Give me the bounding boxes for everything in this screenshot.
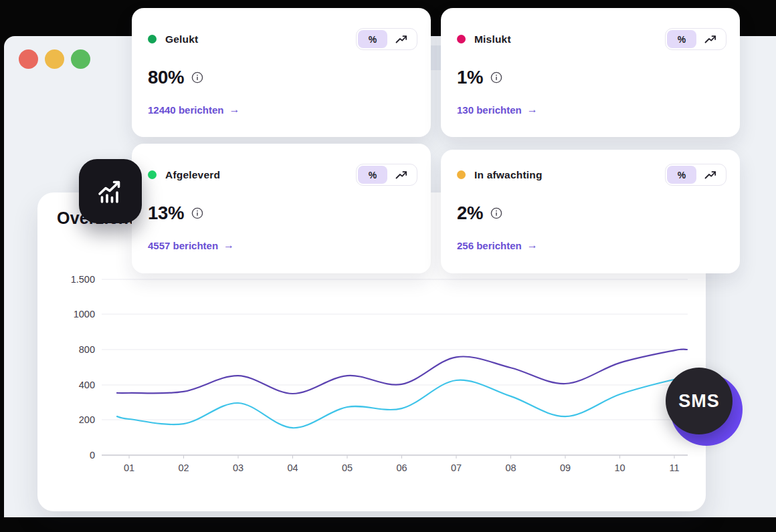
stat-value: 80% — [148, 67, 184, 88]
info-icon[interactable] — [490, 72, 502, 84]
status-dot — [148, 35, 157, 43]
berichten-link-label: 130 berichten — [457, 104, 522, 116]
berichten-link-label: 12440 berichten — [148, 104, 223, 116]
svg-text:10: 10 — [614, 462, 625, 473]
trend-toggle-button[interactable] — [387, 30, 415, 48]
purple-line — [117, 349, 687, 394]
status-dot — [457, 35, 466, 43]
status-dot — [148, 170, 157, 179]
view-toggle: % — [356, 28, 417, 50]
percent-toggle-button[interactable]: % — [358, 166, 387, 184]
sms-badge-label: SMS — [678, 391, 720, 412]
arrow-right-icon: → — [527, 104, 538, 116]
info-icon[interactable] — [191, 207, 203, 219]
info-icon[interactable] — [490, 207, 502, 219]
svg-text:200: 200 — [79, 414, 95, 425]
trend-toggle-button[interactable] — [696, 166, 724, 184]
percent-toggle-button[interactable]: % — [667, 166, 696, 184]
status-dot — [457, 170, 466, 179]
trend-toggle-button[interactable] — [387, 166, 415, 184]
view-toggle: % — [665, 164, 726, 186]
svg-text:400: 400 — [79, 380, 95, 390]
berichten-link[interactable]: 4557 berichten → — [148, 239, 234, 251]
arrow-right-icon: → — [229, 104, 239, 116]
trending-chart-icon — [94, 175, 126, 207]
trending-up-icon — [704, 34, 716, 44]
minimize-button[interactable] — [45, 49, 64, 69]
svg-text:04: 04 — [287, 462, 298, 473]
window-controls — [19, 49, 90, 69]
svg-text:0: 0 — [90, 450, 95, 460]
trending-up-icon — [395, 170, 407, 180]
arrow-right-icon: → — [223, 239, 234, 251]
view-toggle: % — [665, 28, 726, 50]
view-toggle: % — [356, 164, 417, 186]
svg-text:03: 03 — [233, 462, 244, 473]
arrow-right-icon: → — [527, 239, 538, 251]
berichten-link-label: 256 berichten — [457, 240, 522, 251]
stat-card-afgeleverd: Afgeleverd % 13% 4557 berichten → — [132, 144, 431, 273]
stat-label: Gelukt — [165, 33, 198, 45]
svg-text:11: 11 — [669, 462, 679, 473]
stat-card-in-afwachting: In afwachting % 2% 256 berichten → — [441, 150, 740, 273]
close-button[interactable] — [19, 49, 38, 69]
chart-app-icon — [79, 159, 142, 223]
stat-card-mislukt: Mislukt % 1% 130 berichten → — [441, 8, 740, 137]
trending-up-icon — [704, 170, 716, 180]
sms-badge: SMS — [666, 368, 743, 448]
berichten-link[interactable]: 256 berichten → — [457, 239, 538, 251]
svg-text:1000: 1000 — [74, 309, 95, 319]
stat-value: 2% — [457, 203, 483, 224]
svg-text:01: 01 — [124, 462, 134, 473]
svg-text:05: 05 — [342, 462, 353, 473]
percent-toggle-button[interactable]: % — [667, 30, 696, 48]
info-icon[interactable] — [191, 72, 203, 84]
stat-label: Afgeleverd — [165, 169, 220, 181]
svg-text:1.500: 1.500 — [71, 274, 95, 285]
svg-text:09: 09 — [560, 462, 571, 473]
stat-label: In afwachting — [474, 169, 543, 181]
stat-value: 13% — [148, 203, 184, 224]
sms-badge-circle: SMS — [666, 368, 733, 434]
berichten-link-label: 4557 berichten — [148, 240, 218, 251]
svg-text:08: 08 — [505, 462, 516, 473]
svg-text:06: 06 — [396, 462, 407, 473]
trending-up-icon — [395, 34, 407, 44]
berichten-link[interactable]: 12440 berichten → — [148, 104, 239, 116]
stat-label: Mislukt — [474, 33, 511, 45]
zoom-button[interactable] — [71, 49, 90, 69]
trend-toggle-button[interactable] — [696, 30, 724, 48]
stat-value: 1% — [457, 67, 483, 88]
stat-card-gelukt: Gelukt % 80% 12440 berichten → — [132, 8, 431, 137]
svg-text:800: 800 — [79, 344, 95, 355]
svg-text:02: 02 — [178, 462, 189, 473]
svg-text:07: 07 — [451, 462, 462, 473]
berichten-link[interactable]: 130 berichten → — [457, 104, 538, 116]
percent-toggle-button[interactable]: % — [358, 30, 387, 48]
